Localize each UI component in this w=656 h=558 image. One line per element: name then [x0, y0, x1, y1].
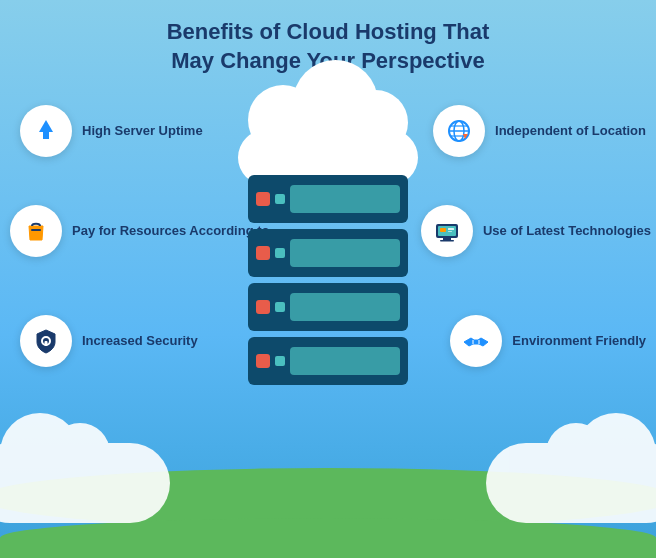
- server-dot-teal-1: [275, 194, 285, 204]
- increased-security-label: Increased Security: [82, 333, 198, 350]
- feature-independent-location: Independent of Location: [433, 105, 646, 157]
- server-dot-red-2: [256, 246, 270, 260]
- cloud-bottom-left: [0, 443, 170, 523]
- server-bar-3: [290, 293, 400, 321]
- independent-location-label: Independent of Location: [495, 123, 646, 140]
- svg-marker-0: [39, 120, 53, 132]
- cloud-graphic: [228, 85, 428, 185]
- server-dot-red-1: [256, 192, 270, 206]
- server-dot-teal-2: [275, 248, 285, 258]
- svg-rect-14: [440, 240, 454, 242]
- svg-rect-15: [440, 228, 446, 232]
- server-bar-2: [290, 239, 400, 267]
- svg-rect-4: [45, 341, 48, 346]
- svg-rect-17: [448, 231, 452, 232]
- server-dot-red-4: [256, 354, 270, 368]
- server-unit-2: [248, 229, 408, 277]
- pay-resources-icon: [10, 205, 62, 257]
- environment-friendly-label: Environment Friendly: [512, 333, 646, 350]
- feature-latest-tech: Use of Latest Technologies: [421, 205, 651, 257]
- server-bar-4: [290, 347, 400, 375]
- svg-rect-13: [443, 238, 451, 240]
- title-line1: Benefits of Cloud Hosting That: [167, 19, 490, 44]
- server-unit-1: [248, 175, 408, 223]
- svg-rect-2: [31, 229, 41, 231]
- feature-environment-friendly: Environment Friendly: [450, 315, 646, 367]
- server-bar-1: [290, 185, 400, 213]
- server-uptime-icon: [20, 105, 72, 157]
- independent-location-icon: [433, 105, 485, 157]
- server-uptime-label: High Server Uptime: [82, 123, 203, 140]
- server-dot-red-3: [256, 300, 270, 314]
- cloud-bottom-right: [486, 443, 656, 523]
- center-cloud-server: [218, 85, 438, 385]
- svg-rect-16: [448, 228, 454, 230]
- feature-server-uptime: High Server Uptime: [20, 105, 203, 157]
- environment-friendly-icon: [450, 315, 502, 367]
- server-unit-3: [248, 283, 408, 331]
- ground: [0, 518, 656, 558]
- page-container: Benefits of Cloud Hosting That May Chang…: [0, 0, 656, 558]
- feature-increased-security: Increased Security: [20, 315, 198, 367]
- increased-security-icon: [20, 315, 72, 367]
- server-unit-4: [248, 337, 408, 385]
- server-dot-teal-4: [275, 356, 285, 366]
- svg-rect-1: [43, 132, 49, 139]
- server-dot-teal-3: [275, 302, 285, 312]
- latest-tech-label: Use of Latest Technologies: [483, 223, 651, 240]
- server-stack: [248, 175, 408, 385]
